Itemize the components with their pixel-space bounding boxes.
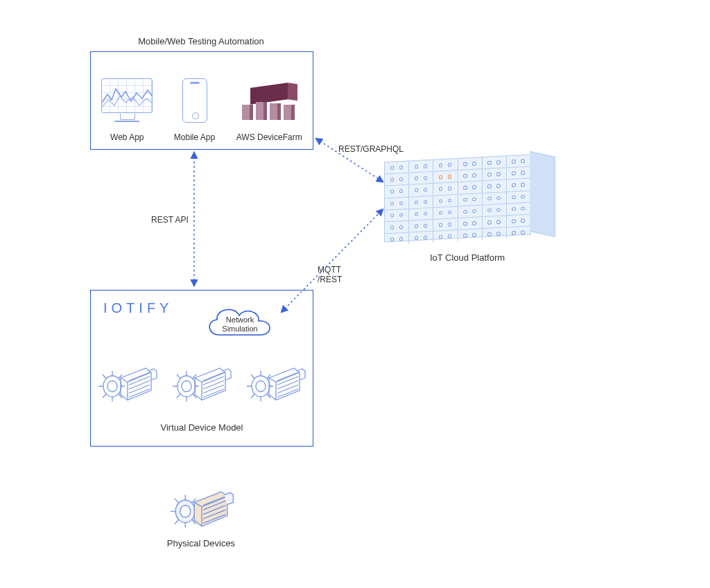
- architecture-diagram: Mobile/Web Testing Automation Web App: [0, 0, 710, 588]
- devicefarm-item: AWS DeviceFarm: [236, 85, 302, 142]
- phone-icon: [182, 78, 207, 123]
- pump-icon: [171, 357, 232, 408]
- pump-icon: [245, 357, 306, 408]
- network-simulation-cloud: Network Simulation: [202, 303, 278, 343]
- web-app-item: Web App: [101, 78, 153, 142]
- rest-api-label: REST API: [151, 215, 189, 225]
- rest-label: /REST: [318, 275, 342, 284]
- iotify-box: IOTIFY Network Simulation Virtual Device…: [90, 290, 313, 447]
- web-app-label: Web App: [110, 132, 144, 142]
- testing-automation-box: Web App Mobile App AWS DeviceFarm: [90, 51, 313, 150]
- pump-icon: [97, 357, 158, 408]
- rest-graphql-label: REST/GRAPHQL: [338, 144, 404, 154]
- cloud-label-1: Network: [226, 315, 254, 324]
- physical-device-icon: [164, 480, 240, 538]
- iot-cloud-platform-icon: [384, 158, 564, 248]
- devicefarm-label: AWS DeviceFarm: [236, 132, 302, 142]
- devicefarm-icon: [242, 85, 296, 127]
- mobile-app-label: Mobile App: [174, 132, 215, 142]
- mqtt-label: MQTT: [318, 265, 341, 275]
- virtual-devices-row: [91, 357, 313, 408]
- monitor-icon: [101, 78, 153, 113]
- cloud-label-2: Simulation: [222, 325, 257, 333]
- virtual-device-model-label: Virtual Device Model: [91, 422, 313, 433]
- testing-automation-title: Mobile/Web Testing Automation: [90, 36, 312, 46]
- iot-cloud-platform-label: IoT Cloud Platform: [384, 252, 551, 263]
- physical-devices-label: Physical Devices: [139, 538, 263, 548]
- iotify-logo: IOTIFY: [103, 300, 173, 316]
- mobile-app-item: Mobile App: [174, 78, 215, 142]
